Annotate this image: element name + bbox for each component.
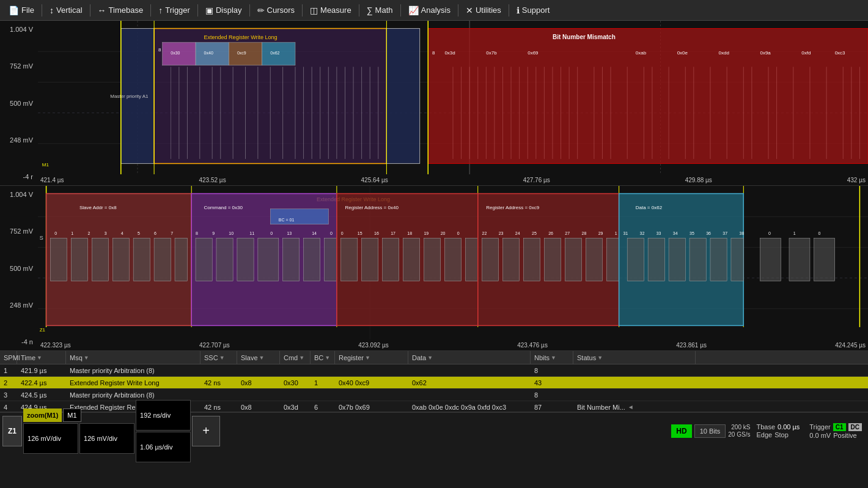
svg-rect-126	[133, 238, 150, 281]
svg-rect-147	[325, 238, 337, 281]
td-msg-3: Master priority Arbitration (8)	[66, 391, 200, 399]
th-register[interactable]: Register ▼	[335, 351, 408, 364]
th-cmd[interactable]: Cmd ▼	[280, 351, 311, 364]
y-label-3: 500 mV	[2, 100, 35, 107]
svg-text:7: 7	[171, 231, 173, 235]
th-data[interactable]: Data ▼	[408, 351, 531, 364]
th-status[interactable]: Status ▼	[573, 351, 696, 364]
svg-text:11: 11	[249, 231, 254, 235]
svg-text:9: 9	[212, 231, 215, 235]
waveform-top-area[interactable]: Master priority A1 Extended Register Wri…	[38, 21, 868, 174]
td-nbits-3: 8	[531, 391, 573, 399]
tbase-value: 0.00 µs	[778, 423, 800, 431]
svg-rect-180	[565, 238, 581, 281]
svg-text:Extended Register Write Long: Extended Register Write Long	[204, 34, 278, 40]
td-idx-1: 1	[0, 367, 17, 374]
svg-text:26: 26	[548, 231, 553, 235]
menu-divider-7	[359, 4, 359, 17]
menu-file[interactable]: 📄 File	[2, 3, 40, 18]
svg-rect-123	[71, 238, 87, 281]
svg-text:20: 20	[441, 231, 446, 235]
table-row-selected[interactable]: 2 422.4 µs Extended Register Write Long …	[0, 377, 868, 389]
svg-text:6: 6	[154, 231, 156, 235]
menu-divider-8	[400, 4, 401, 17]
svg-rect-143	[237, 238, 254, 281]
td-nbits-2: 43	[531, 379, 573, 386]
add-channel-button[interactable]: +	[192, 416, 220, 446]
th-nbits[interactable]: Nbits ▼	[531, 351, 573, 364]
th-msg[interactable]: Msq ▼	[66, 351, 200, 364]
td-cmd-2: 0x30	[280, 379, 311, 386]
menu-utilities[interactable]: ✕ Utilities	[460, 3, 507, 18]
svg-text:33: 33	[657, 231, 661, 235]
z1-label: Z1	[2, 416, 22, 446]
menu-divider-9	[458, 4, 458, 17]
svg-rect-181	[586, 238, 602, 281]
menu-measure[interactable]: ◫ Measure	[304, 3, 358, 18]
menu-math[interactable]: ∑ Math	[361, 3, 399, 18]
svg-text:15: 15	[358, 231, 362, 235]
x-label-bot-4: 423.861 µs	[676, 342, 707, 349]
menu-display[interactable]: ▣ Display	[199, 3, 248, 18]
td-msg-2: Extended Register Write Long	[66, 379, 200, 386]
svg-rect-195	[669, 238, 685, 281]
zoom-group: zoom(M1) M1 126 mV/div 126 mV/div	[23, 409, 134, 454]
tbase-group: Tbase 0.00 µs Edge Stop	[752, 422, 803, 440]
svg-text:17: 17	[391, 231, 395, 235]
svg-text:5: 5	[138, 231, 140, 235]
menu-analysis[interactable]: 📈 Analysis	[402, 3, 457, 18]
th-bc[interactable]: BC ▼	[311, 351, 335, 364]
svg-rect-43	[386, 29, 419, 164]
svg-text:0x9a: 0x9a	[760, 50, 771, 56]
bits-badge: 10 Bits	[694, 424, 726, 438]
td-data-4: 0xab 0x0e 0xdc 0x9a 0xfd 0xc3	[408, 404, 531, 411]
menu-support[interactable]: ℹ Support	[510, 3, 556, 18]
svg-rect-146	[304, 238, 320, 281]
menu-cursors[interactable]: ✏ Cursors	[251, 3, 301, 18]
x-axis-bottom: 422.323 µs 422.707 µs 423.092 µs 423.476…	[38, 339, 868, 350]
td-msg-1: Master priority Arbitration (8)	[66, 367, 200, 374]
waveform-top-panel[interactable]: 1.004 V 752 mV 500 mV 248 mV -4 r	[0, 21, 868, 186]
svg-text:0x40: 0x40	[204, 51, 213, 55]
svg-text:0: 0	[457, 231, 460, 235]
svg-text:24: 24	[515, 231, 520, 235]
th-slave[interactable]: Slave ▼	[237, 351, 280, 364]
right-status: HD 10 Bits 200 kS 20 GS/s Tbase 0.00 µs …	[671, 422, 866, 440]
zoom-label: zoom(M1)	[23, 409, 62, 422]
svg-text:8: 8	[196, 231, 198, 235]
svg-rect-142	[216, 238, 233, 281]
tbase-label: Tbase	[756, 423, 775, 431]
table-header: SPMI Time ▼ Msq ▼ SSC ▼ Slave ▼ Cmd ▼	[0, 351, 868, 364]
th-time[interactable]: Time ▼	[17, 351, 66, 364]
svg-rect-177	[502, 238, 519, 281]
vertical-icon: ↕	[50, 6, 54, 15]
svg-text:Slave Addr = 0x8: Slave Addr = 0x8	[79, 205, 117, 210]
menu-trigger[interactable]: ↑ Trigger	[152, 3, 196, 18]
mv-div-box-1: 126 mV/div	[23, 423, 78, 454]
td-bc-2: 1	[311, 379, 335, 386]
svg-rect-145	[283, 238, 300, 281]
support-icon: ℹ	[517, 6, 520, 15]
svg-rect-159	[362, 238, 378, 281]
table-row[interactable]: 1 421.9 µs Master priority Arbitration (…	[0, 364, 868, 377]
td-ssc-2: 42 ns	[200, 379, 237, 386]
x-label-bot-2: 423.092 µs	[358, 342, 389, 349]
svg-text:28: 28	[581, 231, 586, 235]
table-row[interactable]: 3 424.5 µs Master priority Arbitration (…	[0, 389, 868, 401]
svg-rect-141	[196, 238, 212, 281]
timebase-icon: ↔	[98, 6, 106, 15]
waveform-bottom-panel[interactable]: 1.004 V 752 mV 500 mV 248 mV -4 n Extend…	[0, 186, 868, 351]
waveform-bottom-area[interactable]: Extended Register Write Long Slave Addr …	[38, 186, 868, 339]
x-label-top-4: 429.88 µs	[685, 177, 712, 183]
x-label-top-3: 427.76 µs	[523, 177, 550, 183]
svg-rect-198	[731, 238, 743, 281]
menu-timebase[interactable]: ↔ Timebase	[92, 3, 150, 18]
menu-vertical[interactable]: ↕ Vertical	[43, 3, 89, 18]
menu-divider-6	[302, 4, 303, 17]
th-ssc[interactable]: SSC ▼	[200, 351, 237, 364]
td-time-2: 422.4 µs	[17, 379, 66, 386]
mv-div-box-2: 126 mV/div	[79, 423, 134, 454]
gs-label: 20 GS/s	[728, 431, 750, 438]
x-axis-top: 421.4 µs 423.52 µs 425.64 µs 427.76 µs 4…	[38, 174, 868, 185]
svg-text:Z1: Z1	[40, 327, 46, 333]
